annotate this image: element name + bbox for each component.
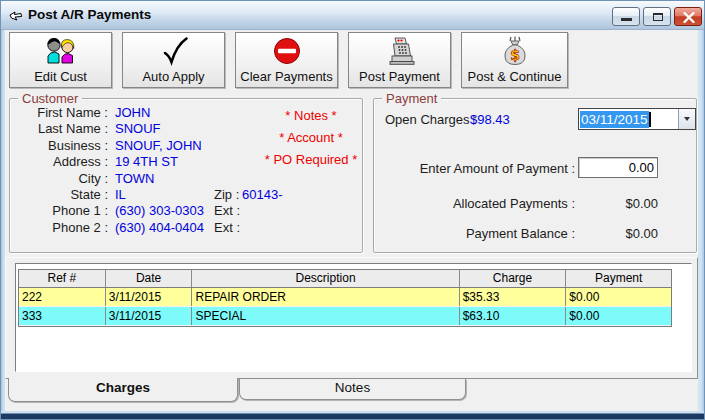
open-charges-label: Open Charges : — [385, 112, 477, 127]
last-name-value: SNOUF — [115, 121, 161, 136]
ext2-label: Ext : — [214, 220, 240, 236]
maximize-icon — [653, 13, 663, 21]
svg-text:$: $ — [510, 47, 520, 63]
post-and-continue-label: Post & Continue — [468, 69, 562, 84]
zip-value: 60143- — [242, 187, 282, 203]
tab-notes[interactable]: Notes — [239, 379, 466, 400]
cell-ref[interactable]: 333 — [19, 307, 106, 325]
combo-dropdown-button[interactable] — [678, 109, 695, 129]
customer-legend: Customer — [18, 91, 82, 106]
city-label: City : — [14, 171, 108, 187]
column-header-ref: Ref # — [19, 270, 106, 287]
column-header-date: Date — [106, 270, 193, 287]
allocated-value: $0.00 — [578, 196, 658, 211]
zip-label: Zip : — [214, 187, 239, 203]
phone2-row: Phone 2 :(630) 404-0404 Ext : — [14, 220, 360, 236]
balance-value: $0.00 — [578, 226, 658, 241]
clear-payments-button[interactable]: Clear Payments — [235, 32, 338, 88]
post-payment-label: Post Payment — [359, 69, 440, 84]
charges-grid-container: Ref # Date Description Charge Payment 22… — [15, 263, 692, 372]
business-label: Business : — [14, 138, 108, 154]
close-button[interactable] — [674, 7, 702, 26]
tab-charges[interactable]: Charges — [8, 378, 238, 402]
cell-charge[interactable]: $63.10 — [460, 307, 567, 325]
city-row: City :TOWN — [14, 171, 360, 187]
people-icon — [43, 33, 79, 69]
phone2-value: (630) 404-0404 — [115, 220, 204, 235]
amount-label: Enter Amount of Payment : — [394, 161, 575, 176]
titlebar[interactable]: Post A/R Payments — [1, 1, 704, 30]
column-header-charge: Charge — [460, 270, 567, 287]
client-area: Edit Cust Auto Apply Clear Payments — [5, 30, 698, 411]
business-value: SNOUF, JOHN — [115, 138, 202, 153]
last-name-label: Last Name : — [14, 121, 108, 137]
cell-charge[interactable]: $35.33 — [460, 288, 567, 306]
checkmark-icon — [158, 33, 190, 69]
state-label: State : — [14, 187, 108, 203]
open-charges-value: $98.43 — [470, 112, 510, 127]
app-icon[interactable] — [8, 8, 24, 24]
address-value: 19 4TH ST — [115, 154, 178, 169]
amount-input[interactable] — [578, 157, 658, 178]
address-label: Address : — [14, 154, 108, 170]
grid-header-row: Ref # Date Description Charge Payment — [19, 270, 671, 288]
cell-description[interactable]: SPECIAL — [192, 307, 459, 325]
state-value: IL — [115, 187, 126, 202]
cell-payment[interactable]: $0.00 — [566, 288, 671, 306]
post-ar-payments-window: Post A/R Payments — [0, 0, 705, 420]
tab-notes-label: Notes — [335, 380, 370, 395]
maximize-button[interactable] — [643, 7, 671, 26]
money-bag-icon: $ — [501, 33, 529, 69]
phone1-value: (630) 303-0303 — [115, 203, 204, 218]
column-header-description: Description — [192, 270, 459, 287]
payment-date-value: 03/11/2015 — [580, 111, 649, 128]
minimize-icon — [621, 18, 632, 21]
customer-groupbox: Customer First Name :JOHN Last Name :SNO… — [9, 98, 363, 253]
table-row[interactable]: 333 3/11/2015 SPECIAL $63.10 $0.00 — [19, 307, 671, 326]
payment-date-field[interactable]: 03/11/2015 — [579, 109, 678, 129]
window-frame-bottom — [1, 411, 705, 420]
cell-ref[interactable]: 222 — [19, 288, 106, 306]
auto-apply-button[interactable]: Auto Apply — [122, 32, 225, 88]
cell-payment[interactable]: $0.00 — [566, 307, 671, 325]
cash-register-icon — [384, 33, 416, 69]
table-row[interactable]: 222 3/11/2015 REPAIR ORDER $35.33 $0.00 — [19, 288, 671, 307]
city-value: TOWN — [115, 171, 154, 186]
cell-date[interactable]: 3/11/2015 — [106, 307, 193, 325]
clear-payments-label: Clear Payments — [240, 69, 332, 84]
column-header-payment: Payment — [566, 270, 671, 287]
payment-groupbox: Payment Open Charges : $98.43 03/11/2015… — [373, 98, 697, 253]
edit-cust-button[interactable]: Edit Cust — [9, 32, 112, 88]
phone1-label: Phone 1 : — [14, 203, 108, 219]
allocated-label: Allocated Payments : — [394, 196, 575, 211]
minimize-button[interactable] — [612, 7, 640, 26]
charges-grid: Ref # Date Description Charge Payment 22… — [18, 269, 672, 327]
cell-description[interactable]: REPAIR ORDER — [192, 288, 459, 306]
flag-po-required: * PO Required * — [255, 152, 367, 167]
window-title: Post A/R Payments — [28, 7, 151, 22]
first-name-label: First Name : — [14, 105, 108, 121]
cell-date[interactable]: 3/11/2015 — [106, 288, 193, 306]
balance-label: Payment Balance : — [394, 226, 575, 241]
app-icon-glyph — [8, 8, 24, 24]
payment-legend: Payment — [382, 91, 441, 106]
flag-notes: * Notes * — [255, 108, 367, 123]
edit-cust-label: Edit Cust — [34, 69, 87, 84]
post-payment-button[interactable]: Post Payment — [348, 32, 451, 88]
tab-charges-label: Charges — [96, 380, 150, 395]
customer-fields: First Name :JOHN Last Name :SNOUF Busine… — [14, 105, 360, 236]
flag-account: * Account * — [255, 130, 367, 145]
window-frame-right — [698, 30, 705, 411]
payment-date-combobox[interactable]: 03/11/2015 — [578, 108, 696, 130]
first-name-value: JOHN — [115, 105, 150, 120]
text-caret — [649, 112, 651, 127]
post-and-continue-button[interactable]: $ Post & Continue — [461, 32, 568, 88]
auto-apply-label: Auto Apply — [142, 69, 204, 84]
phone1-row: Phone 1 :(630) 303-0303 Ext : — [14, 203, 360, 219]
chevron-down-icon — [684, 117, 690, 121]
ext1-label: Ext : — [214, 203, 240, 219]
phone2-label: Phone 2 : — [14, 220, 108, 236]
state-zip-row: State :IL Zip :60143- — [14, 187, 360, 203]
close-icon — [683, 12, 695, 23]
no-entry-icon — [272, 33, 302, 69]
